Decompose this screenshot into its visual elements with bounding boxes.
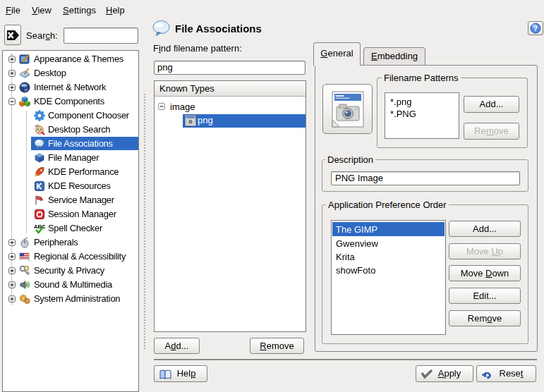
- svg-text:?: ?: [533, 24, 538, 32]
